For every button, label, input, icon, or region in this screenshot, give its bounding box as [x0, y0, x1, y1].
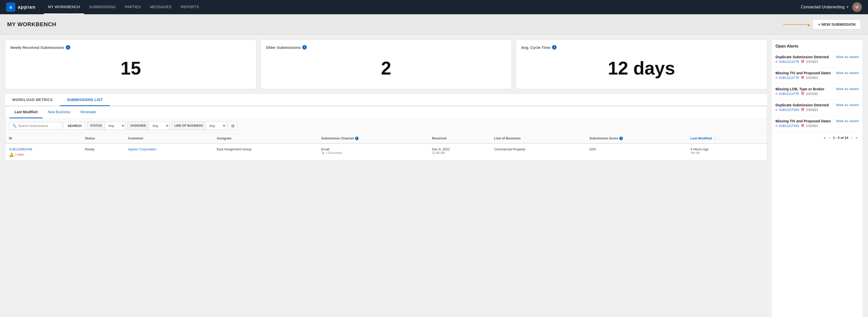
- paperclip-icon: 📎: [321, 151, 325, 155]
- nav-link-messages[interactable]: MESSAGES: [146, 0, 176, 14]
- alerts-pagination: « ‹ 1 - 5 of 24 › »: [771, 132, 863, 143]
- cycle-time-info-icon[interactable]: i: [552, 45, 557, 49]
- alert-meta-3: # SUB1221TWI3 📅 2/3/2023: [775, 108, 829, 112]
- older-info-icon[interactable]: i: [302, 45, 307, 49]
- alert-item-4: Missing TIV and Proposed Dates # SUB1221…: [771, 116, 863, 132]
- calendar-icon-4: 📅: [801, 124, 805, 128]
- tab-workload-metrics[interactable]: WORKLOAD METRICS: [5, 94, 60, 106]
- col-header-last-modified[interactable]: Last Modified ↓: [687, 133, 767, 143]
- page-title: MY WORKBENCH: [7, 21, 56, 28]
- channel-info-icon[interactable]: i: [355, 137, 359, 140]
- pagination-next-button[interactable]: ›: [850, 135, 853, 140]
- search-icon: 🔍: [12, 124, 17, 128]
- nav-link-workbench[interactable]: MY WORKBENCH: [44, 0, 84, 14]
- filter-options-button[interactable]: ⊞: [228, 121, 237, 130]
- cell-last-modified: 5 Hours Ago Yin He: [687, 143, 767, 161]
- page-header: MY WORKBENCH ▶ + NEW SUBMISSION: [0, 14, 868, 35]
- tab-submissions-list[interactable]: SUBMISSIONS LIST: [60, 94, 110, 106]
- search-bar: 🔍 SEARCH STATUS Any ASSIGNEE Any: [5, 118, 767, 133]
- sort-arrow-icon: ↓: [714, 136, 716, 140]
- alert-item-1: Missing TIV and Proposed Dates # SUB1221…: [771, 68, 863, 84]
- submissions-table: ID Status Customer Assignee Submission C…: [5, 133, 767, 161]
- appian-logo-icon: a: [6, 3, 15, 12]
- alert-id-link-0[interactable]: SUB1221477R: [779, 60, 799, 64]
- search-input[interactable]: [18, 124, 59, 128]
- alert-badge: 🔔 1 Alert: [9, 152, 78, 157]
- stat-card-cycle-time: Avg. Cycle Time i 12 days: [516, 40, 767, 89]
- stat-value-older: 2: [266, 52, 506, 84]
- stat-card-older: Older Submissions i 2: [260, 40, 512, 89]
- search-input-wrap[interactable]: 🔍: [9, 122, 62, 130]
- nav-link-parties[interactable]: PARTIES: [121, 0, 145, 14]
- workspace-selector[interactable]: Connected Underwriting ▼: [801, 5, 849, 9]
- nav-links: MY WORKBENCH SUBMISSIONS PARTIES MESSAGE…: [44, 0, 801, 14]
- stat-label-older: Older Submissions i: [266, 45, 506, 49]
- alert-id-link-3[interactable]: SUB1221TWI3: [779, 108, 799, 112]
- appian-wordmark: appian: [18, 5, 36, 10]
- alert-title-3: Duplicate Submission Detected: [775, 103, 829, 107]
- channel-detail: 📎 1 Document: [321, 151, 425, 155]
- alert-id-link-4[interactable]: SUB1221TWI3: [779, 124, 799, 128]
- cell-received: Dec 9, 2022 12:08 AM: [428, 143, 491, 161]
- mark-closed-button-3[interactable]: Mark as closed: [836, 103, 859, 107]
- filter-tab-new-business[interactable]: New Business: [42, 106, 75, 118]
- calendar-icon-3: 📅: [801, 108, 805, 112]
- stat-value-newly-received: 15: [10, 52, 251, 84]
- cell-score: 52%: [586, 143, 687, 161]
- mark-closed-button-4[interactable]: Mark as closed: [836, 119, 859, 123]
- col-header-channel: Submission Channel i: [317, 133, 428, 143]
- col-header-assignee: Assignee: [213, 133, 317, 143]
- stat-label-newly-received: Newly Received Submissions i: [10, 45, 251, 49]
- newly-received-info-icon[interactable]: i: [66, 45, 70, 49]
- col-header-id: ID: [5, 133, 81, 143]
- assignee-filter-label: ASSIGNEE: [128, 121, 149, 130]
- status-filter-label: STATUS: [88, 121, 105, 130]
- alert-id-link-1[interactable]: SUB1221477R: [779, 76, 799, 80]
- mark-closed-button-1[interactable]: Mark as closed: [836, 71, 859, 75]
- col-header-received: Received: [428, 133, 491, 143]
- lob-filter-label: LINE OF BUSINESS: [172, 121, 206, 130]
- pagination-last-button[interactable]: »: [855, 135, 859, 140]
- workspace-chevron-icon: ▼: [846, 5, 849, 9]
- alert-meta-1: # SUB1221477R 📅 2/3/2023: [775, 76, 831, 80]
- alert-item-3: Duplicate Submission Detected # SUB1221T…: [771, 100, 863, 116]
- filter-tab-renewals[interactable]: Renewals: [75, 106, 101, 118]
- top-navigation: a appian MY WORKBENCH SUBMISSIONS PARTIE…: [0, 0, 868, 14]
- user-avatar[interactable]: U: [852, 2, 862, 12]
- open-alerts-panel: Open Alerts Duplicate Submission Detecte…: [771, 40, 863, 317]
- nav-link-reports[interactable]: REPORTS: [177, 0, 203, 14]
- alerts-title: Open Alerts: [771, 44, 863, 52]
- status-select[interactable]: Any: [105, 121, 125, 130]
- mark-closed-button-2[interactable]: Mark as closed: [836, 87, 859, 91]
- filter-tab-last-modified[interactable]: Last Modified: [9, 106, 42, 118]
- arrow-decoration: ▶: [783, 24, 809, 25]
- alert-id-link-2[interactable]: SUB1221477R: [779, 92, 799, 96]
- new-submission-button[interactable]: + NEW SUBMISSION: [813, 19, 861, 29]
- stat-cards: Newly Received Submissions i 15 Older Su…: [5, 40, 767, 89]
- assignee-select[interactable]: Any: [149, 121, 169, 130]
- submission-id-link[interactable]: SUB1209DHAB: [9, 147, 32, 151]
- stat-card-newly-received: Newly Received Submissions i 15: [5, 40, 256, 89]
- nav-link-submissions[interactable]: SUBMISSIONS: [85, 0, 120, 14]
- alert-title-0: Duplicate Submission Detected: [775, 55, 829, 59]
- customer-link[interactable]: Appian Corporation: [128, 147, 156, 151]
- alert-title-4: Missing TIV and Proposed Dates: [775, 119, 831, 123]
- filter-tabs: Last Modified New Business Renewals: [5, 106, 767, 118]
- status-filter: STATUS Any: [87, 121, 125, 130]
- table-area: Last Modified New Business Renewals 🔍 SE…: [5, 106, 767, 161]
- mark-closed-button-0[interactable]: Mark as closed: [836, 55, 859, 59]
- arrow-line: ▶: [783, 24, 809, 25]
- pagination-prev-button[interactable]: ‹: [828, 135, 832, 140]
- app-logo[interactable]: a appian: [6, 3, 36, 12]
- cell-lob: Commercial Property: [491, 143, 586, 161]
- search-button[interactable]: SEARCH: [64, 122, 85, 130]
- table-row: SUB1209DHAB 🔔 1 Alert Ready Appian Corpo…: [5, 143, 767, 161]
- nav-right: Connected Underwriting ▼ U: [801, 2, 862, 12]
- section-tabs: WORKLOAD METRICS SUBMISSIONS LIST: [5, 94, 767, 106]
- alert-title-2: Missing LOB, Type or Broker: [775, 87, 825, 91]
- score-info-icon[interactable]: i: [619, 137, 623, 140]
- pagination-first-button[interactable]: «: [823, 135, 827, 140]
- cell-assignee: East Assignment Group: [213, 143, 317, 161]
- calendar-icon-2: 📅: [801, 92, 805, 96]
- lob-select[interactable]: Any: [206, 121, 226, 130]
